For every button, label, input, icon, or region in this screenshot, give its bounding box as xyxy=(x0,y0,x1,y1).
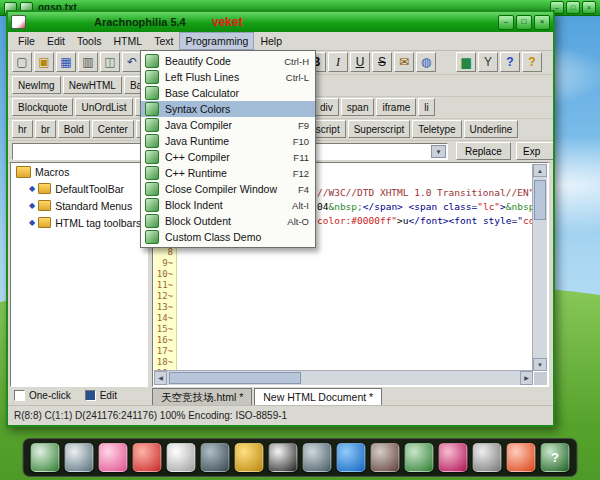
button-bold[interactable]: Bold xyxy=(58,120,90,138)
toolbar-button-save-icon[interactable]: ▦ xyxy=(56,52,76,72)
penguin-icon[interactable] xyxy=(269,443,298,472)
vertical-scroll-thumb[interactable] xyxy=(534,180,546,220)
toolbar-button-undo-icon[interactable]: ↶ xyxy=(122,52,142,72)
button-li[interactable]: li xyxy=(418,98,434,116)
toolbar-button-mail-icon[interactable]: ✉ xyxy=(394,52,414,72)
button-blockquote[interactable]: Blockquote xyxy=(12,98,73,116)
scroll-up-icon[interactable]: ▲ xyxy=(533,164,547,177)
scroll-left-icon[interactable]: ◀ xyxy=(154,371,167,385)
toolbar-button-strike-icon[interactable]: S xyxy=(372,52,392,72)
scroll-right-icon[interactable]: ▶ xyxy=(520,371,533,385)
menu-item-java-runtime[interactable]: Java RuntimeF10 xyxy=(141,133,315,149)
scroll-down-icon[interactable]: ▼ xyxy=(533,358,547,371)
button-center[interactable]: Center xyxy=(92,120,134,138)
tab-1[interactable]: 天空竞技场.html * xyxy=(152,388,252,405)
button-newhtml[interactable]: NewHTML xyxy=(63,76,122,94)
menu-item-base-calculator[interactable]: Base Calculator xyxy=(141,85,315,101)
minimize-button[interactable]: – xyxy=(498,15,514,30)
toolbar-button-help-icon[interactable]: ? xyxy=(500,52,520,72)
toolbar-button-context-help-icon[interactable]: ? xyxy=(522,52,542,72)
menu-tools[interactable]: Tools xyxy=(71,32,108,50)
button-br[interactable]: br xyxy=(35,120,56,138)
menu-programming[interactable]: Programming xyxy=(179,32,254,50)
tree-item-standard-menus[interactable]: ◆Standard Menus xyxy=(11,197,147,214)
tree-item-html-tag-toolbars[interactable]: ◆HTML tag toolbars xyxy=(11,214,147,231)
button-newimg[interactable]: NewImg xyxy=(12,76,61,94)
toolbar-button-chart-icon[interactable]: ▆ xyxy=(456,52,476,72)
tree-item-defaulttoolbar[interactable]: ◆DefaultToolBar xyxy=(11,180,147,197)
menu-html[interactable]: HTML xyxy=(108,32,149,50)
flame-icon[interactable] xyxy=(507,443,536,472)
toolbar-row-3-right-group: divspaniframeli xyxy=(314,98,437,116)
camera-icon[interactable] xyxy=(201,443,230,472)
toolbar-button-preview-icon[interactable]: ◫ xyxy=(100,52,120,72)
menu-item-custom-class-demo[interactable]: Custom Class Demo xyxy=(141,229,315,245)
checkbox-edit[interactable]: Edit xyxy=(85,390,117,401)
toolbox-icon[interactable] xyxy=(303,443,332,472)
menu-item-icon xyxy=(145,198,159,212)
close-button[interactable]: × xyxy=(534,15,550,30)
maximize-button[interactable]: □ xyxy=(516,15,532,30)
menu-edit[interactable]: Edit xyxy=(41,32,71,50)
toolbar-button-new-file-icon[interactable]: ▢ xyxy=(12,52,32,72)
toolbar-button-print-icon[interactable]: ▥ xyxy=(78,52,98,72)
button-hr[interactable]: hr xyxy=(12,120,33,138)
menu-text[interactable]: Text xyxy=(148,32,179,50)
menu-item-block-indent[interactable]: Block IndentAlt-I xyxy=(141,197,315,213)
menu-item-label: C++ Compiler xyxy=(165,151,230,163)
media-player-icon[interactable] xyxy=(133,443,162,472)
close-button[interactable]: × xyxy=(582,1,596,14)
maximize-button[interactable]: □ xyxy=(566,1,580,14)
line-number: 17~ xyxy=(154,346,173,357)
titlebar[interactable]: Arachnophilia 5.4 veket –□× xyxy=(8,12,553,32)
replace-button[interactable]: Replace xyxy=(456,142,511,160)
exp-button[interactable]: Exp xyxy=(516,142,553,160)
menu-help[interactable]: Help xyxy=(254,32,288,50)
pig-mascot-icon[interactable] xyxy=(99,443,128,472)
menu-item-shortcut: F10 xyxy=(283,136,309,147)
button-span[interactable]: span xyxy=(341,98,375,116)
menu-item-close-compiler-window[interactable]: Close Compiler WindowF4 xyxy=(141,181,315,197)
diamond-icon: ◆ xyxy=(29,185,35,193)
toolbar-button-underline-icon[interactable]: U xyxy=(350,52,370,72)
utilities-icon[interactable] xyxy=(473,443,502,472)
menu-file[interactable]: File xyxy=(12,32,41,50)
documents-icon[interactable] xyxy=(167,443,196,472)
menu-item-c-compiler[interactable]: C++ CompilerF11 xyxy=(141,149,315,165)
package-icon[interactable] xyxy=(371,443,400,472)
button-unordlist[interactable]: UnOrdList xyxy=(75,98,132,116)
button-div[interactable]: div xyxy=(314,98,339,116)
toolbar-button-web-globe-icon[interactable]: ◍ xyxy=(416,52,436,72)
horizontal-scroll-thumb[interactable] xyxy=(169,372,301,384)
button-underline[interactable]: Underline xyxy=(464,120,519,138)
globe-icon[interactable] xyxy=(337,443,366,472)
toolbar-button-sitemap-icon[interactable]: Y xyxy=(478,52,498,72)
button-superscript[interactable]: Superscript xyxy=(348,120,411,138)
menu-item-icon xyxy=(145,70,159,84)
tree-item-label: DefaultToolBar xyxy=(55,183,124,195)
tab-2[interactable]: New HTML Document * xyxy=(254,388,382,405)
display-icon[interactable] xyxy=(65,443,94,472)
toolbar-button-open-folder-icon[interactable]: ▣ xyxy=(34,52,54,72)
menu-item-shortcut: Alt-I xyxy=(282,200,309,211)
menu-item-left-flush-lines[interactable]: Left Flush LinesCtrl-L xyxy=(141,69,315,85)
editor-horizontal-scrollbar[interactable]: ◀ ▶ xyxy=(154,370,533,385)
terminal-icon[interactable] xyxy=(31,443,60,472)
menu-item-beautify-code[interactable]: Beautify CodeCtrl-H xyxy=(141,53,315,69)
code-segment: <span class= xyxy=(409,201,478,212)
gold-bars-icon[interactable] xyxy=(235,443,264,472)
leaf-icon[interactable] xyxy=(405,443,434,472)
toolbar-button-italic-icon[interactable]: I xyxy=(328,52,348,72)
tree-root-macros[interactable]: Macros xyxy=(11,163,147,180)
button-teletype[interactable]: Teletype xyxy=(412,120,461,138)
menu-item-block-outdent[interactable]: Block OutdentAlt-O xyxy=(141,213,315,229)
editor-vertical-scrollbar[interactable]: ▲ ▼ xyxy=(532,164,547,371)
palette-icon[interactable] xyxy=(439,443,468,472)
button-iframe[interactable]: iframe xyxy=(376,98,416,116)
menu-item-syntax-colors[interactable]: Syntax Colors xyxy=(141,101,315,117)
checkbox-one-click[interactable]: One-click xyxy=(14,390,71,401)
combo-dropdown-arrow-icon[interactable]: ▼ xyxy=(431,145,446,158)
menu-item-java-compiler[interactable]: Java CompilerF9 xyxy=(141,117,315,133)
menu-item-c-runtime[interactable]: C++ RuntimeF12 xyxy=(141,165,315,181)
help-icon[interactable]: ? xyxy=(541,443,570,472)
